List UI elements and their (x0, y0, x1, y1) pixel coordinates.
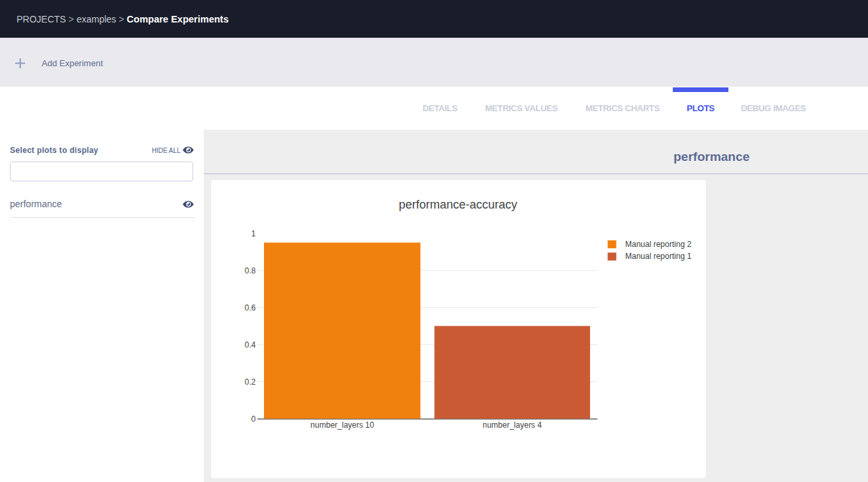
svg-text:number_layers 10: number_layers 10 (310, 420, 374, 430)
svg-text:1: 1 (251, 228, 256, 238)
svg-text:Manual reporting 1: Manual reporting 1 (625, 252, 691, 261)
svg-text:Manual reporting 2: Manual reporting 2 (625, 239, 691, 248)
svg-text:performance-accuracy: performance-accuracy (399, 197, 517, 211)
svg-text:0.4: 0.4 (245, 340, 256, 349)
svg-text:0.8: 0.8 (245, 265, 256, 275)
svg-text:number_layers 4: number_layers 4 (483, 420, 542, 430)
svg-text:0.6: 0.6 (245, 303, 256, 312)
svg-text:0: 0 (251, 414, 256, 423)
svg-text:0.2: 0.2 (245, 377, 256, 386)
